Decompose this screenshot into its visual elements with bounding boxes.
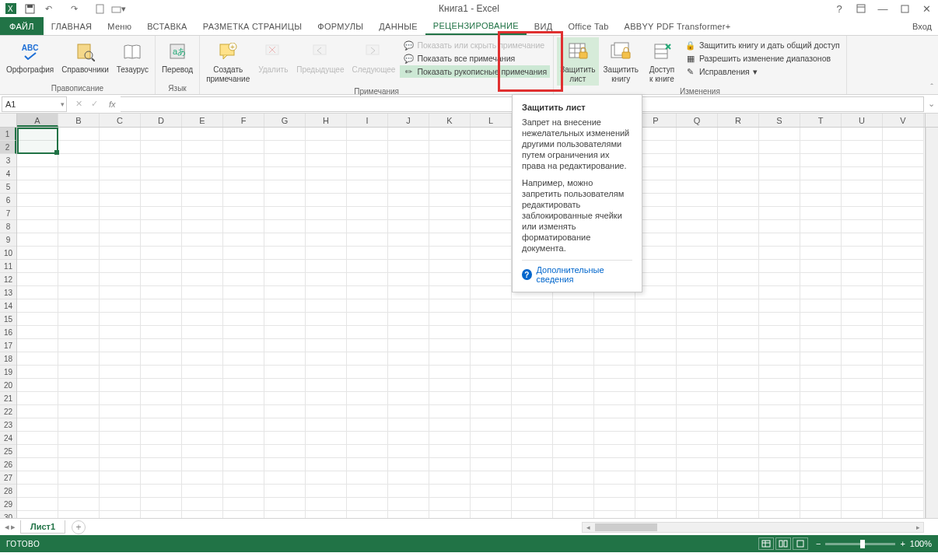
cell[interactable] [223,485,264,498]
cell[interactable] [594,379,635,392]
cell[interactable] [842,141,883,154]
cell[interactable] [471,207,512,220]
cell[interactable] [100,352,141,366]
cell[interactable] [635,352,677,366]
chevron-down-icon[interactable]: ▾ [61,100,65,108]
cell[interactable] [223,366,264,379]
cell[interactable] [718,326,759,339]
cell[interactable] [100,405,141,418]
cell[interactable] [635,418,677,432]
cell[interactable] [429,299,471,313]
cell[interactable] [677,366,718,379]
cell[interactable] [842,313,883,326]
cell[interactable] [429,220,471,233]
cell[interactable] [718,418,759,432]
cell[interactable] [100,299,141,313]
redo-icon[interactable]: ↷ [66,1,82,16]
tab-review[interactable]: РЕЦЕНЗИРОВАНИЕ [425,17,527,35]
cell[interactable] [306,180,347,194]
cell[interactable] [388,498,429,511]
cell[interactable] [388,260,429,273]
cell[interactable] [58,128,100,141]
tab-pagelayout[interactable]: РАЗМЕТКА СТРАНИЦЫ [195,17,310,35]
cell[interactable] [58,194,100,207]
cell[interactable] [17,141,58,154]
cell[interactable] [842,339,883,352]
cell[interactable] [677,128,718,141]
cell[interactable] [842,180,883,194]
cell[interactable] [677,154,718,167]
cell[interactable] [635,339,677,352]
row-header[interactable]: 21 [0,392,16,405]
cell[interactable] [759,366,800,379]
cell[interactable] [759,260,800,273]
row-header[interactable]: 25 [0,445,16,458]
cell[interactable] [347,445,388,458]
cell[interactable] [471,339,512,352]
cell[interactable] [58,392,100,405]
column-header[interactable]: E [182,114,223,127]
row-header[interactable]: 9 [0,233,16,247]
cell[interactable] [306,445,347,458]
cell[interactable] [388,326,429,339]
cell[interactable] [141,141,182,154]
cell[interactable] [635,511,677,518]
cell[interactable] [388,445,429,458]
cell[interactable] [512,313,553,326]
cell[interactable] [883,233,924,247]
cell[interactable] [141,432,182,445]
cell[interactable] [471,471,512,485]
cell[interactable] [512,432,553,445]
cell[interactable] [347,326,388,339]
cell[interactable] [141,418,182,432]
cell[interactable] [512,498,553,511]
row-header[interactable]: 4 [0,167,16,180]
cell[interactable] [223,418,264,432]
cell[interactable] [141,194,182,207]
cell[interactable] [264,432,306,445]
cell[interactable] [347,366,388,379]
cell[interactable] [264,233,306,247]
help-icon[interactable]: ? [831,1,848,16]
tab-file[interactable]: ФАЙЛ [0,17,44,35]
cell[interactable] [264,273,306,286]
cell[interactable] [429,445,471,458]
cell[interactable] [306,273,347,286]
row-header[interactable]: 2 [0,141,16,154]
cell[interactable] [718,220,759,233]
cell[interactable] [471,167,512,180]
cell[interactable] [306,485,347,498]
cell[interactable] [842,154,883,167]
cell[interactable] [223,445,264,458]
cell[interactable] [718,233,759,247]
cell[interactable] [388,207,429,220]
cell[interactable] [388,405,429,418]
cell[interactable] [17,352,58,366]
row-header[interactable]: 8 [0,220,16,233]
cell[interactable] [306,326,347,339]
cell[interactable] [471,511,512,518]
cell[interactable] [223,194,264,207]
cell[interactable] [347,339,388,352]
cell[interactable] [347,233,388,247]
cell[interactable] [800,432,842,445]
cell[interactable] [223,471,264,485]
cell[interactable] [800,260,842,273]
cell[interactable] [800,299,842,313]
cell[interactable] [759,458,800,471]
cell[interactable] [677,485,718,498]
cell[interactable] [100,154,141,167]
cell[interactable] [58,418,100,432]
cell[interactable] [182,418,223,432]
cell[interactable] [594,418,635,432]
cell[interactable] [677,379,718,392]
row-header[interactable]: 12 [0,273,16,286]
cell[interactable] [17,339,58,352]
cell[interactable] [759,167,800,180]
cell[interactable] [677,247,718,260]
references-button[interactable]: Справочники [58,37,112,76]
row-header[interactable]: 26 [0,458,16,471]
translate-button[interactable]: aあ Перевод [159,37,196,76]
cell[interactable] [553,471,594,485]
cell[interactable] [347,511,388,518]
